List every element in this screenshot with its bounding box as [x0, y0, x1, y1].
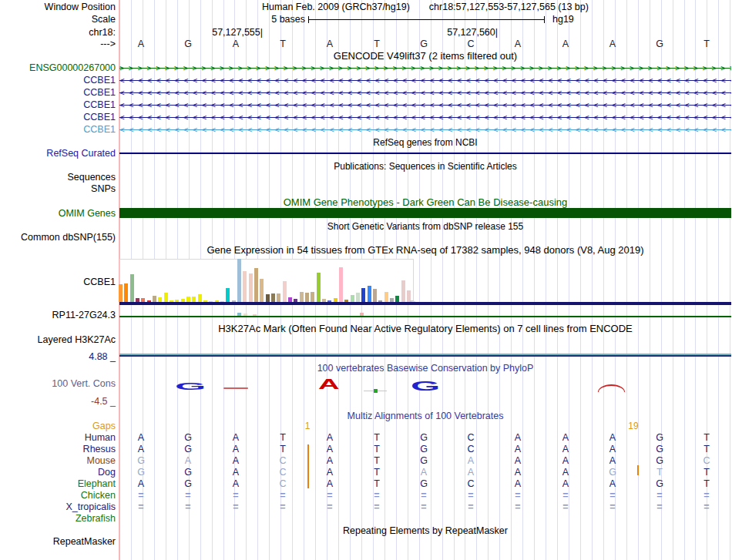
- gene-line-ccbe1-3[interactable]: <<<<<<<<<<<<<<<<<<<<<<<<<<<<<<<<<<<<<<<<…: [119, 100, 731, 110]
- species-label-mouse[interactable]: Mouse: [0, 455, 116, 466]
- gtex-tissue-bar[interactable]: [181, 299, 185, 302]
- chrom-label[interactable]: chr18:: [0, 27, 116, 38]
- gtex-tissue-bar[interactable]: [344, 300, 348, 302]
- sequences-label[interactable]: Sequences: [0, 172, 116, 183]
- gene-label-ccbe1-2[interactable]: CCBE1: [0, 87, 116, 98]
- gtex-tissue-bar[interactable]: [305, 293, 309, 302]
- gtex-tissue-bar[interactable]: [368, 286, 371, 302]
- h3k27ac-signal-line-bottom[interactable]: [119, 355, 731, 357]
- gtex-tissue-bar[interactable]: [254, 268, 258, 302]
- gtex-tissue-bar[interactable]: [243, 271, 247, 302]
- alignment-row-elephant[interactable]: AGACATGCAAAGT: [119, 478, 731, 490]
- species-label-human[interactable]: Human: [0, 432, 116, 443]
- gtex-tissue-bar[interactable]: [390, 298, 394, 302]
- gene-label-ccbe1-3[interactable]: CCBE1: [0, 99, 116, 110]
- snps-label[interactable]: SNPs: [0, 183, 116, 194]
- gene-line-ensg00000267000[interactable]: >>>>>>>>>>>>>>>>>>>>>>>>>>>>>>>>>>>>>>>>…: [119, 63, 731, 73]
- gtex-tissue-bar[interactable]: [378, 300, 382, 302]
- gene-line-ccbe1-5[interactable]: <<<<<<<<<<<<<<<<<<<<<<<<<<<<<<<<<<<<<<<<…: [119, 125, 731, 135]
- gtex-tissue-bar[interactable]: [232, 300, 236, 302]
- species-label-zebrafish[interactable]: Zebrafish: [0, 513, 116, 524]
- rp11-label[interactable]: RP11-27G24.3: [0, 310, 116, 320]
- vert-cons-label[interactable]: 100 Vert. Cons: [0, 378, 116, 389]
- alignment-row-mouse[interactable]: GAACATGAAAAGC: [119, 455, 731, 467]
- gtex-tissue-bar[interactable]: [260, 279, 264, 302]
- gtex-tissue-bar[interactable]: [237, 259, 241, 302]
- gtex-tissue-bar[interactable]: [153, 296, 156, 302]
- gtex-tissue-bar[interactable]: [294, 299, 297, 302]
- gtex-tissue-bar[interactable]: [141, 298, 145, 302]
- gaps-label[interactable]: Gaps: [0, 421, 116, 431]
- gene-label-ccbe1-1[interactable]: CCBE1: [0, 75, 116, 86]
- omim-genes-label[interactable]: OMIM Genes: [0, 208, 116, 219]
- common-dbsnp-label[interactable]: Common dbSNP(155): [0, 232, 116, 243]
- gtex-tissue-bar[interactable]: [322, 299, 326, 302]
- gtex-tissue-bar[interactable]: [164, 293, 168, 302]
- alignment-row-zebrafish[interactable]: [119, 513, 731, 525]
- rp11-gene-expression-line[interactable]: [119, 316, 731, 317]
- gtex-tissue-bar[interactable]: [288, 297, 292, 302]
- gtex-tissue-bar[interactable]: [192, 297, 196, 302]
- alignment-row-x_tropicalis[interactable]: =============: [119, 501, 731, 513]
- gtex-tissue-bar[interactable]: [220, 301, 224, 302]
- gtex-tissue-bar[interactable]: [147, 300, 151, 302]
- layered-h3k27ac-label[interactable]: Layered H3K27Ac: [0, 334, 116, 345]
- gtex-tissue-bar[interactable]: [266, 294, 270, 302]
- gtex-tissue-bar[interactable]: [373, 289, 377, 302]
- gtex-tissue-bar[interactable]: [339, 267, 343, 302]
- gtex-tissue-bar[interactable]: [186, 297, 190, 302]
- gtex-tissue-bar[interactable]: [283, 281, 287, 302]
- gtex-tissue-bar[interactable]: [119, 284, 123, 302]
- gtex-tissue-bar[interactable]: [311, 292, 314, 302]
- alignment-row-rhesus[interactable]: AGATATGCAAAGT: [119, 444, 731, 455]
- gtex-tissue-bar[interactable]: [209, 301, 213, 302]
- gtex-tissue-bar[interactable]: [271, 293, 275, 302]
- gtex-tissue-bar[interactable]: [361, 288, 365, 302]
- species-label-elephant[interactable]: Elephant: [0, 478, 116, 489]
- gene-line-ccbe1-1[interactable]: <<<<<<<<<<<<<<<<<<<<<<<<<<<<<<<<<<<<<<<<…: [119, 75, 731, 86]
- alignment-row-human[interactable]: AGATATGCAAAGT: [119, 432, 731, 444]
- gtex-tissue-bar[interactable]: [203, 300, 207, 302]
- refseq-curated-label[interactable]: RefSeq Curated: [0, 148, 116, 159]
- species-label-rhesus[interactable]: Rhesus: [0, 444, 116, 454]
- gtex-tissue-bar[interactable]: [351, 295, 354, 302]
- gtex-tissue-bar[interactable]: [317, 273, 321, 302]
- alignment-row-dog[interactable]: GGACATAAAAGTT: [119, 467, 731, 478]
- window-position-label[interactable]: Window Position: [0, 2, 116, 12]
- alignment-row-chicken[interactable]: =============: [119, 490, 731, 501]
- gtex-tissue-bar[interactable]: [124, 283, 128, 302]
- gtex-tissue-bar[interactable]: [401, 280, 405, 302]
- strand-label[interactable]: --->: [0, 39, 116, 49]
- gtex-gene-label[interactable]: CCBE1: [0, 277, 116, 287]
- gene-label-ensg[interactable]: ENSG00000267000: [0, 62, 116, 73]
- refseq-curated-line[interactable]: [119, 153, 731, 154]
- gene-line-ccbe1-2[interactable]: <<<<<<<<<<<<<<<<<<<<<<<<<<<<<<<<<<<<<<<<…: [119, 88, 731, 98]
- gtex-tissue-bar[interactable]: [395, 296, 399, 302]
- gene-line-ccbe1-4[interactable]: <<<<<<<<<<<<<<<<<<<<<<<<<<<<<<<<<<<<<<<<…: [119, 112, 731, 122]
- gtex-tissue-bar[interactable]: [136, 298, 139, 302]
- scale-label[interactable]: Scale: [0, 14, 116, 25]
- gtex-tissue-bar[interactable]: [249, 273, 253, 302]
- gtex-tissue-bar[interactable]: [327, 300, 331, 302]
- gtex-tissue-bar[interactable]: [130, 274, 134, 302]
- gtex-tissue-bar[interactable]: [175, 300, 179, 302]
- omim-gene-bar[interactable]: [119, 208, 731, 218]
- gtex-tissue-bar[interactable]: [334, 298, 337, 302]
- gtex-tissue-bar[interactable]: [277, 293, 280, 302]
- species-label-xtropicalis[interactable]: X_tropicalis: [0, 501, 116, 512]
- species-label-chicken[interactable]: Chicken: [0, 490, 116, 501]
- species-label-dog[interactable]: Dog: [0, 467, 116, 478]
- gtex-tissue-bar[interactable]: [411, 301, 415, 302]
- gtex-tissue-bar[interactable]: [215, 300, 219, 302]
- gtex-tissue-bar[interactable]: [170, 300, 173, 302]
- gtex-tissue-bar[interactable]: [300, 292, 304, 302]
- gtex-tissue-bar[interactable]: [158, 297, 162, 302]
- gtex-tissue-bar[interactable]: [226, 288, 230, 302]
- gtex-tissue-bar[interactable]: [198, 294, 202, 302]
- gene-label-ccbe1-5[interactable]: CCBE1: [0, 124, 116, 135]
- gtex-tissue-bar[interactable]: [384, 292, 388, 302]
- cons-min-label[interactable]: -4.5 _: [0, 396, 116, 407]
- repeatmasker-label[interactable]: RepeatMasker: [0, 536, 116, 547]
- gene-label-ccbe1-4[interactable]: CCBE1: [0, 112, 116, 122]
- gtex-tissue-bar[interactable]: [356, 293, 360, 302]
